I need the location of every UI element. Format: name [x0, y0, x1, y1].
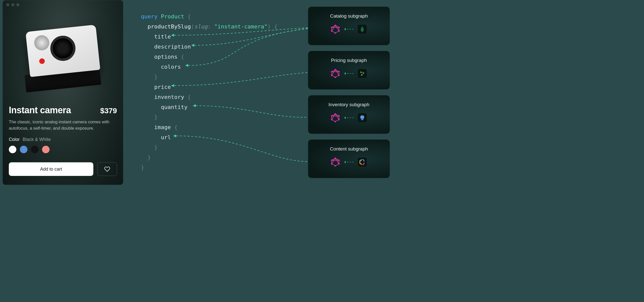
field-quantity: quantity	[161, 104, 187, 110]
selected-color-name: Black & White	[23, 137, 51, 142]
svg-point-8	[338, 74, 340, 76]
product-price: $379	[100, 106, 117, 115]
color-label: Color	[9, 137, 20, 142]
field-title: title	[154, 33, 171, 40]
svg-point-6	[335, 69, 336, 70]
svg-point-20	[335, 121, 336, 122]
operation-name: Product	[161, 13, 184, 20]
subgraph-list: Catalog subgraph Pricing subgraph Invent…	[308, 7, 390, 178]
subgraph-pricing: Pricing subgraph	[308, 51, 390, 90]
svg-point-19	[338, 119, 340, 120]
heart-icon	[104, 166, 110, 172]
svg-point-2	[338, 30, 340, 32]
root-field: productBySlug	[148, 23, 191, 30]
svg-point-11	[331, 71, 333, 72]
svg-point-0	[335, 25, 336, 26]
svg-point-28	[335, 165, 336, 167]
svg-point-18	[338, 115, 340, 117]
svg-point-4	[331, 30, 333, 32]
svg-point-3	[335, 32, 336, 34]
field-options: options	[154, 54, 178, 60]
keyword-query: query	[141, 13, 157, 20]
traffic-light-close[interactable]	[6, 3, 9, 6]
svg-point-24	[363, 117, 364, 118]
svg-point-10	[331, 74, 333, 76]
svg-point-25	[335, 158, 336, 159]
graphql-icon	[331, 25, 340, 34]
subgraph-title: Content subgraph	[313, 146, 385, 152]
arrow-icon	[344, 161, 353, 163]
subgraph-title: Inventory subgraph	[313, 102, 385, 107]
product-title: Instant camera	[9, 105, 71, 116]
subgraph-title: Catalog subgraph	[313, 13, 385, 19]
neo4j-icon	[357, 69, 367, 78]
subgraph-title: Pricing subgraph	[313, 58, 385, 63]
traffic-light-zoom[interactable]	[16, 3, 19, 6]
arrow-icon	[344, 72, 353, 75]
svg-point-23	[361, 117, 362, 118]
color-swatches	[9, 146, 117, 153]
arrow-icon	[344, 117, 353, 119]
swatch-black[interactable]	[31, 146, 38, 153]
subgraph-catalog: Catalog subgraph	[308, 7, 390, 45]
svg-point-7	[338, 71, 340, 72]
graphql-icon	[331, 113, 340, 122]
traffic-light-minimize[interactable]	[11, 3, 14, 6]
field-price: price	[154, 84, 171, 90]
swatch-blue[interactable]	[20, 146, 27, 153]
mongodb-icon	[357, 24, 367, 34]
svg-point-1	[338, 27, 340, 28]
arrow-icon	[344, 28, 353, 30]
graphql-query: query Product { productBySlug(slug: "ins…	[141, 12, 277, 173]
swatch-white[interactable]	[9, 146, 16, 153]
subgraph-inventory: Inventory subgraph	[308, 95, 390, 134]
graphql-icon	[331, 69, 340, 78]
subgraph-content: Content subgraph	[308, 139, 390, 178]
swatch-coral[interactable]	[42, 146, 50, 153]
field-inventory: inventory	[154, 94, 184, 100]
svg-point-9	[335, 77, 336, 78]
product-image	[3, 9, 123, 105]
favorite-button[interactable]	[97, 162, 117, 176]
arg-value: "instant-camera"	[214, 23, 267, 30]
svg-point-17	[335, 113, 336, 115]
svg-point-26	[338, 160, 340, 161]
svg-point-29	[331, 163, 333, 165]
graphql-icon	[331, 158, 340, 167]
svg-point-22	[331, 115, 333, 117]
product-description: The classic, iconic analog instant camer…	[9, 119, 117, 131]
svg-point-27	[338, 163, 340, 165]
svg-point-30	[331, 160, 333, 161]
add-to-cart-button[interactable]: Add to cart	[9, 162, 93, 176]
svg-point-5	[331, 27, 333, 28]
product-window: Instant camera $379 The classic, iconic …	[3, 0, 123, 185]
arg-name: slug	[194, 23, 208, 30]
window-titlebar	[3, 0, 123, 9]
contentful-icon	[357, 157, 367, 167]
postgres-icon	[357, 113, 367, 123]
field-colors: colors	[161, 64, 181, 70]
field-image: image	[154, 124, 171, 130]
svg-line-16	[362, 73, 364, 75]
field-url: url	[161, 134, 171, 140]
svg-point-21	[331, 119, 333, 120]
field-description: description	[154, 44, 191, 50]
